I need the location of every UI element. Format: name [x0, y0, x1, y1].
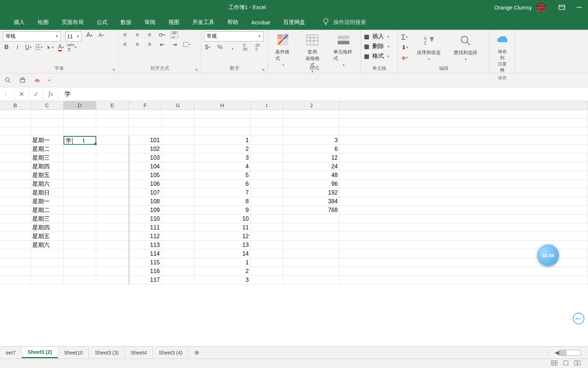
cell[interactable] — [96, 180, 129, 188]
cell[interactable] — [283, 249, 340, 258]
cell[interactable] — [340, 215, 588, 223]
cell[interactable] — [0, 119, 31, 127]
cell[interactable] — [96, 162, 129, 171]
cell[interactable] — [162, 145, 194, 153]
cell[interactable]: 星期五 — [31, 232, 64, 241]
conditional-format-button[interactable]: 条件格式▾ — [271, 31, 296, 68]
cell[interactable]: 114 — [129, 249, 162, 258]
col-header-D[interactable]: D — [64, 101, 96, 109]
sheet-tab-0[interactable]: eet7 — [0, 348, 22, 358]
minimize-button[interactable] — [571, 0, 588, 15]
view-page-break-icon[interactable] — [574, 360, 581, 367]
cell[interactable] — [340, 276, 588, 284]
ribbon-display-options[interactable] — [553, 0, 571, 15]
align-launcher-icon[interactable]: ⬊ — [195, 68, 198, 72]
cell[interactable] — [283, 127, 340, 136]
cell[interactable] — [251, 223, 283, 232]
cell[interactable]: 星期三 — [31, 153, 64, 162]
cell[interactable] — [283, 223, 340, 232]
tell-me-search[interactable]: 操作说明搜索 — [323, 18, 366, 27]
accounting-format-icon[interactable]: $▾ — [204, 44, 211, 51]
cell[interactable]: 9 — [194, 206, 251, 215]
insert-cells-button[interactable]: ▦ 插入 ▾ — [364, 33, 395, 40]
cell[interactable]: 48 — [283, 171, 340, 180]
tab-insert[interactable]: 插入 — [7, 15, 31, 29]
cell[interactable] — [31, 267, 64, 276]
cell[interactable]: 105 — [129, 171, 162, 180]
cell[interactable] — [0, 127, 31, 136]
align-left-icon[interactable]: ≡ — [121, 41, 129, 48]
print-preview-icon[interactable] — [4, 77, 12, 84]
col-header-B[interactable]: B — [0, 101, 31, 109]
cell[interactable] — [96, 206, 129, 215]
cell[interactable] — [129, 119, 162, 127]
align-top-icon[interactable]: ≡ — [121, 31, 129, 39]
enter-button[interactable]: ✓ — [29, 87, 44, 101]
cell[interactable] — [251, 110, 283, 119]
cell[interactable] — [96, 136, 129, 145]
decrease-font-icon[interactable]: A▾ — [97, 31, 105, 39]
cell[interactable]: 12 — [283, 153, 340, 162]
cell[interactable] — [162, 232, 194, 241]
ifly-badge[interactable]: iFLY — [573, 313, 584, 324]
cell[interactable] — [0, 180, 31, 188]
view-page-layout-icon[interactable] — [563, 360, 569, 367]
cell[interactable] — [251, 136, 283, 145]
cell[interactable] — [340, 188, 588, 197]
font-color-button[interactable]: A▾ — [57, 44, 65, 51]
cell[interactable]: 384 — [283, 197, 340, 206]
autosum-icon[interactable]: Σ▾ — [401, 33, 408, 41]
cell[interactable]: 192 — [283, 188, 340, 197]
cell[interactable] — [96, 232, 129, 241]
cell[interactable] — [0, 162, 31, 171]
tab-split-handle[interactable]: ⋮ — [545, 349, 551, 356]
cell[interactable]: 12 — [194, 232, 251, 241]
cell[interactable] — [64, 241, 96, 249]
cell[interactable] — [340, 206, 588, 215]
cell[interactable]: 117 — [129, 276, 162, 284]
formula-input[interactable]: 学 — [58, 90, 588, 98]
speak-cells-icon[interactable] — [33, 77, 41, 84]
increase-indent-icon[interactable]: ⇥ — [171, 41, 178, 48]
cell[interactable] — [96, 223, 129, 232]
cell[interactable]: 115 — [129, 258, 162, 267]
cell[interactable] — [251, 232, 283, 241]
cell[interactable] — [251, 267, 283, 276]
cell[interactable]: 768 — [283, 206, 340, 215]
cell[interactable] — [96, 258, 129, 267]
cell[interactable] — [64, 249, 96, 258]
cell[interactable] — [96, 127, 129, 136]
wrap-text-icon[interactable]: ab↵ — [171, 31, 178, 39]
cell[interactable] — [283, 119, 340, 127]
cell[interactable] — [283, 215, 340, 223]
cell[interactable]: 106 — [129, 180, 162, 188]
cell[interactable]: 星期一 — [31, 197, 64, 206]
cell[interactable]: 11 — [194, 223, 251, 232]
insert-function-button[interactable]: fx — [44, 87, 58, 101]
tab-draw[interactable]: 绘图 — [31, 15, 55, 29]
phonetic-button[interactable]: wén文▾ — [68, 44, 76, 51]
cell[interactable]: 星期一 — [31, 136, 64, 145]
cell[interactable] — [251, 180, 283, 188]
cell[interactable]: 星期二 — [31, 145, 64, 153]
align-center-icon[interactable]: ≡ — [134, 41, 141, 48]
spreadsheet-grid[interactable]: B C D E F G H I J 星期一10113星期二10226星期三103… — [0, 101, 588, 346]
cell[interactable] — [340, 136, 588, 145]
cell[interactable] — [64, 145, 96, 153]
cell[interactable] — [251, 258, 283, 267]
scroll-left-icon[interactable]: ◀ — [555, 349, 559, 356]
tab-acrobat[interactable]: Acrobat — [245, 16, 277, 29]
col-header-J[interactable]: J — [283, 101, 340, 109]
cell[interactable] — [340, 127, 588, 136]
cell[interactable] — [162, 249, 194, 258]
cell[interactable]: 星期二 — [31, 206, 64, 215]
cell[interactable] — [162, 119, 194, 127]
decrease-decimal-icon[interactable]: .00.0 — [254, 44, 261, 51]
quick-print-icon[interactable] — [19, 77, 26, 84]
cell[interactable] — [340, 110, 588, 119]
cell[interactable] — [340, 197, 588, 206]
cell[interactable] — [0, 258, 31, 267]
cell[interactable]: 1 — [194, 258, 251, 267]
cell[interactable]: 星期五 — [31, 171, 64, 180]
cell[interactable] — [129, 110, 162, 119]
